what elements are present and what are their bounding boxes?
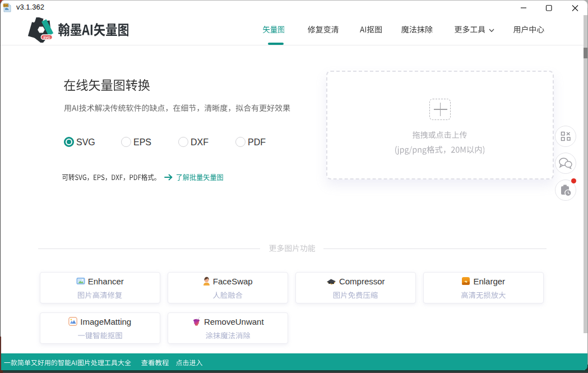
svg-text:SVG: SVG [3, 4, 9, 7]
svg-text:SVG: SVG [43, 36, 50, 39]
